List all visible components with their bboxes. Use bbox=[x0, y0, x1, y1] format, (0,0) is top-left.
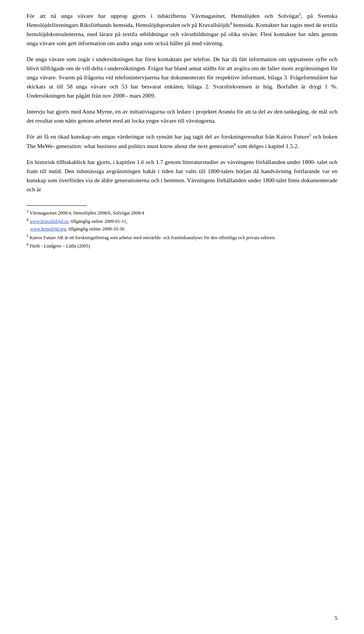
paragraph-2: De unga vävare som ingår i undersökninge… bbox=[27, 55, 337, 100]
paragraph-4: För att få en ökad kunskap om ungas värd… bbox=[27, 132, 337, 150]
paragraph-5: En historisk tillbakablick har gjorts, i… bbox=[27, 158, 337, 194]
footnote-divider bbox=[27, 205, 87, 206]
footnote-3: 3 Vävmagasinet 2008/4, Hemslöjden 2008/6… bbox=[27, 209, 337, 216]
page: För att nå unga vävare har upprop gjorts… bbox=[0, 0, 364, 634]
footnote-6: 6 Fürth - Lindgren – Lüthi (2005) bbox=[27, 242, 337, 249]
footnote-4-continued: www.hemslöjd.org, tillgänglig online 200… bbox=[27, 226, 337, 232]
footnote-4: 4 www.kravallslöjd.se, tillgänglig onlin… bbox=[27, 217, 337, 225]
paragraph-1: För att nå unga vävare har upprop gjorts… bbox=[27, 11, 337, 48]
footnote-5: 5 Kairos Future AB är ett forskningsföre… bbox=[27, 233, 337, 241]
page-number: 5 bbox=[335, 614, 338, 623]
footnote-4-link1[interactable]: www.kravallslöjd.se bbox=[30, 219, 68, 224]
footnotes-section: 3 Vävmagasinet 2008/4, Hemslöjden 2008/6… bbox=[27, 209, 337, 249]
paragraph-3: Intervju har gjorts med Anna Myrne, en a… bbox=[27, 107, 337, 125]
main-content: För att nå unga vävare har upprop gjorts… bbox=[27, 11, 337, 194]
footnote-4-link2[interactable]: www.hemslöjd.org bbox=[30, 226, 66, 232]
